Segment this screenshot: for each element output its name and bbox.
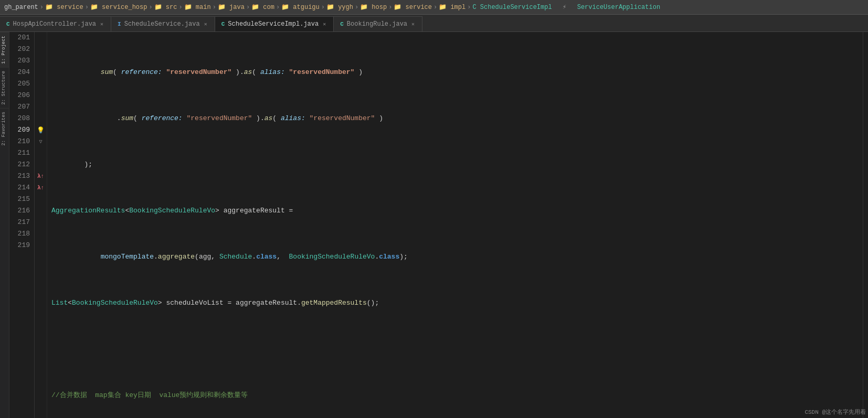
tab-icon-i: I bbox=[118, 21, 121, 27]
tab-icon-c-booking: C bbox=[340, 21, 344, 27]
tab-close[interactable]: ✕ bbox=[203, 20, 208, 28]
tab-label: ScheduleServiceImpl.java bbox=[228, 20, 319, 28]
panel-favorites[interactable]: 2: Favorites bbox=[0, 108, 9, 149]
tab-close[interactable]: ✕ bbox=[99, 20, 104, 28]
watermark: CSDN @这个名字先用着 bbox=[805, 408, 866, 416]
tab-close[interactable]: ✕ bbox=[410, 20, 416, 28]
code-line-208: //合并数据 map集合 key日期 value预约规则和剩余数量等 bbox=[51, 390, 859, 401]
code-line-206: List<BookingScheduleRuleVo> scheduleVoLi… bbox=[51, 297, 859, 309]
tab-close[interactable]: ✕ bbox=[322, 20, 327, 28]
tab-bookingrule[interactable]: C BookingRule.java ✕ bbox=[334, 16, 422, 31]
tab-label: HospApiController.java bbox=[13, 20, 96, 28]
tab-icon-c: C bbox=[6, 21, 10, 27]
left-panel: 1: Project 2: Structure 2: Favorites bbox=[0, 32, 9, 418]
tab-scheduleserviceimpl[interactable]: C ScheduleServiceImpl.java ✕ bbox=[215, 16, 334, 31]
editor-container: 1: Project 2: Structure 2: Favorites 201… bbox=[0, 32, 868, 418]
bulb-icon[interactable]: 💡 bbox=[35, 124, 47, 136]
code-line-201: sum( reference: "reservedNumber" ).as( a… bbox=[51, 67, 859, 78]
line-numbers: 201 202 203 204 205 206 207 208 209 210 … bbox=[9, 32, 35, 418]
tab-scheduleservice[interactable]: I ScheduleService.java ✕ bbox=[111, 16, 215, 31]
panel-project[interactable]: 1: Project bbox=[0, 32, 9, 67]
gutter: 💡 ▽ λ↑ λ↑ bbox=[35, 32, 47, 418]
code-line-204: AggregationResults<BookingScheduleRuleVo… bbox=[51, 205, 859, 217]
lambda-icon-214: λ↑ bbox=[35, 182, 47, 194]
lambda-icon-213: λ↑ bbox=[35, 170, 47, 182]
scrollbar-vertical[interactable] bbox=[863, 32, 868, 418]
code-line-202: .sum( reference: "reservedNumber" ).as( … bbox=[51, 113, 859, 124]
code-line-207 bbox=[51, 344, 859, 355]
code-line-203: ); bbox=[51, 159, 859, 170]
tab-hospapicontroller[interactable]: C HospApiController.java ✕ bbox=[0, 16, 111, 31]
code-line-205: mongoTemplate.aggregate(agg, Schedule.cl… bbox=[51, 251, 859, 263]
tab-label: BookingRule.java bbox=[347, 20, 407, 28]
tab-bar: C HospApiController.java ✕ I ScheduleSer… bbox=[0, 15, 868, 32]
tab-icon-c-active: C bbox=[221, 21, 225, 27]
code-content[interactable]: sum( reference: "reservedNumber" ).as( a… bbox=[47, 32, 863, 418]
tab-label: ScheduleService.java bbox=[124, 20, 200, 28]
breadcrumb: gh_parent › 📁 service › 📁 service_hosp ›… bbox=[0, 0, 868, 15]
panel-structure[interactable]: 2: Structure bbox=[0, 67, 9, 108]
code-area: 201 202 203 204 205 206 207 208 209 210 … bbox=[9, 32, 868, 418]
breadcrumb-text: gh_parent bbox=[4, 4, 38, 11]
